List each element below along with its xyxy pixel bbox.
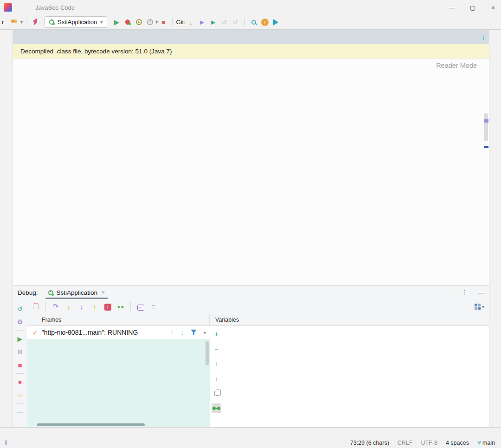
left-tool-stripe (0, 30, 13, 427)
code-editor[interactable]: Reader Mode (13, 58, 489, 286)
move-watch-up-icon[interactable]: ↑ (212, 359, 221, 369)
banner-text: Decompiled .class file, bytecode version… (20, 48, 172, 55)
git-branch-widget[interactable]: ⑂ main (477, 440, 495, 446)
debug-header: Debug: SstiApplication × ⋮ — (13, 286, 489, 299)
pause-button[interactable] (15, 347, 25, 357)
right-tool-stripe (489, 30, 501, 427)
title-bar: JavaSec-Code — ▢ × (0, 0, 501, 15)
prev-frame-icon[interactable]: ↑ (170, 329, 173, 336)
variables-panel (223, 326, 489, 427)
minimize-button[interactable]: — (449, 4, 456, 11)
drop-frame-icon[interactable]: ↑ (102, 302, 114, 311)
profiler-button[interactable] (144, 17, 155, 28)
hide-debug-panel-icon[interactable]: — (478, 289, 484, 296)
frames-horizontal-scrollbar[interactable] (37, 423, 145, 426)
debug-session-tab[interactable]: SstiApplication × (45, 286, 108, 299)
debug-button[interactable] (122, 17, 133, 28)
maximize-button[interactable]: ▢ (469, 4, 476, 11)
run-button[interactable]: ▶ (111, 17, 122, 28)
close-session-icon[interactable]: × (102, 289, 105, 296)
breadcrumb-clipped: r (2, 19, 6, 26)
more-actions-icon[interactable]: ⋯ (15, 408, 25, 417)
stop-session-button[interactable]: ■ (15, 360, 25, 370)
caret-position[interactable]: 73:29 (6 chars) (350, 440, 389, 446)
git-push-button[interactable]: ► (197, 17, 208, 28)
window-title: JavaSec-Code (35, 4, 75, 11)
thread-name: "http-nio-8081...main": RUNNING (42, 329, 138, 336)
run-config-caret-icon: ▾ (100, 19, 103, 25)
main-toolbar: r ▾ SstiApplication ▾ ▶ ▾ ■ Git: ↓ ► ► ↺… (0, 15, 501, 30)
status-bar: ˅˅ 73:29 (6 chars) CRLF UTF-8 4 spaces ⑂… (0, 438, 501, 448)
scrollbar-mark-purple (484, 119, 488, 123)
rerun-button[interactable]: ↺ (15, 304, 25, 313)
ide-feature-icon[interactable] (270, 17, 282, 28)
next-frame-icon[interactable]: ↓ (180, 329, 184, 336)
intellij-logo-icon (4, 3, 12, 12)
close-button[interactable]: × (490, 4, 496, 11)
git-commit-push-button[interactable]: ► (208, 17, 219, 28)
editor-tab-strip: ↓ (13, 30, 489, 44)
move-watch-down-icon[interactable]: ↓ (212, 374, 221, 383)
frames-list (27, 339, 210, 427)
run-config-app-icon (49, 19, 54, 25)
decompiled-banner: Decompiled .class file, bytecode version… (13, 44, 489, 58)
variables-header: Variables (215, 317, 239, 323)
window-controls: — ▢ × (449, 4, 496, 11)
indent-indicator[interactable]: 4 spaces (446, 440, 469, 446)
git-history-icon[interactable]: ↺ (219, 17, 230, 28)
force-step-into-icon[interactable]: ↓ (76, 303, 88, 311)
code-with-me-icon[interactable] (9, 17, 20, 28)
editor-scrollbar[interactable] (484, 113, 488, 141)
debug-panel-headers: Frames Variables (27, 314, 489, 326)
frames-header: Frames (42, 317, 61, 323)
updates-available-icon[interactable]: ↑ (259, 17, 270, 28)
add-watch-icon[interactable]: + (212, 329, 221, 339)
duplicate-watch-icon[interactable] (212, 389, 221, 398)
restore-layout-icon[interactable]: ˅˅ (5, 441, 7, 445)
debug-session-name: SstiApplication (57, 289, 98, 296)
run-config-name: SstiApplication (58, 19, 97, 26)
mute-renderers-icon[interactable] (30, 303, 42, 311)
thread-view-options-icon[interactable]: ≡ (148, 303, 160, 311)
stop-button[interactable]: ■ (158, 17, 169, 28)
hidden-tabs-icon[interactable]: ↓ (478, 30, 489, 44)
git-update-button[interactable]: ↓ (186, 17, 197, 28)
run-to-cursor-icon[interactable]: ►► (115, 304, 127, 309)
frames-panel: ✓ "http-nio-8081...main": RUNNING ↑ ↓ ▾ (27, 326, 210, 427)
reader-mode-label[interactable]: Reader Mode (436, 62, 477, 69)
resume-button[interactable]: ▶ (15, 334, 25, 344)
thread-status-icon: ✓ (32, 329, 38, 336)
debug-options-icon[interactable]: ⋮ (461, 289, 468, 296)
view-breakpoints-icon[interactable]: ● (15, 377, 25, 387)
thread-caret-icon[interactable]: ▾ (204, 330, 206, 335)
watches-toolbar: + − ↑ ↓ (210, 326, 223, 427)
line-ending-indicator[interactable]: CRLF (398, 440, 413, 446)
debug-panel-label: Debug: (18, 289, 38, 296)
thread-selector[interactable]: ✓ "http-nio-8081...main": RUNNING ↑ ↓ ▾ (27, 326, 210, 339)
debug-side-toolbar: ↺ ⚙ ▶ ■ ● ○ ⋯ (13, 302, 27, 427)
run-configuration-select[interactable]: SstiApplication ▾ (45, 16, 107, 28)
build-hammer-icon[interactable] (30, 17, 41, 28)
git-toolbar-label: Git: (176, 19, 185, 26)
step-into-icon[interactable]: ↓ (63, 303, 75, 311)
code-with-me-caret-icon[interactable]: ▾ (20, 19, 23, 25)
frames-vertical-scrollbar[interactable] (206, 341, 209, 365)
tool-window-bar (0, 427, 501, 438)
evaluate-expression-icon[interactable]: >_ (135, 302, 147, 311)
search-everywhere-icon[interactable] (248, 17, 259, 28)
hide-frames-filter-icon[interactable] (191, 330, 197, 335)
coverage-button[interactable] (133, 17, 144, 28)
step-over-icon[interactable]: ↷ (50, 302, 62, 311)
debug-toolbar: ↷ ↓ ↓ ↑ ↑ ►► >_ ≡ ▾ (13, 299, 489, 314)
ide-window: JavaSec-Code — ▢ × r ▾ SstiApplication ▾… (0, 0, 501, 448)
spring-boot-run-icon (48, 290, 53, 295)
debug-tool-window: Debug: SstiApplication × ⋮ — ↷ (13, 286, 489, 427)
mute-breakpoints-icon[interactable]: ○ (15, 390, 25, 400)
remove-watch-icon[interactable]: − (212, 344, 221, 354)
step-out-icon[interactable]: ↑ (89, 303, 101, 311)
layout-settings-icon[interactable]: ▾ (475, 304, 484, 310)
encoding-indicator[interactable]: UTF-8 (421, 440, 437, 446)
git-rollback-icon[interactable]: ↺ (230, 17, 241, 28)
debug-settings-icon[interactable]: ⚙ (15, 317, 25, 326)
show-watches-icon[interactable] (212, 403, 221, 413)
